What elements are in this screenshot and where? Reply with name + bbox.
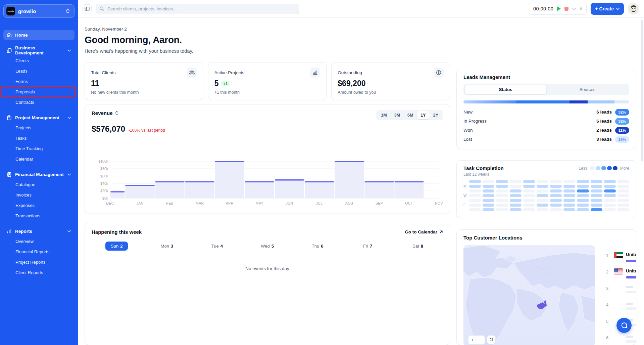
section-label: Business Development [15,45,64,55]
lead-status-label: Won [463,128,473,133]
day-name: Fri [363,244,368,249]
sidebar-item-clients[interactable]: Clients [3,55,75,66]
sidebar-item-calendar[interactable]: Calendar [3,154,75,164]
lead-status-label: New [463,110,473,115]
day-cell: Fri7 [343,242,393,251]
chevron-up-down-icon[interactable] [64,7,71,15]
timer-stop-button[interactable] [564,7,568,11]
heatmap-cell [617,180,629,183]
create-button[interactable]: + Create [591,3,624,15]
workspace-switcher[interactable]: growlio growlio [3,4,75,18]
sidebar-item-home[interactable]: Home [3,30,75,40]
legend-pill [596,166,600,170]
legend-pill [601,166,606,170]
arrow-up-right-icon [439,230,443,234]
search-icon [99,6,104,12]
leads-distribution-bar [463,100,629,103]
sidebar-item-transactions[interactable]: Transactions [3,211,75,221]
day-button-fri-7[interactable]: Fri7 [358,242,378,251]
svg-text:JUL: JUL [316,201,323,205]
heatmap-cell [577,204,589,207]
day-cell: Sun2 [92,242,142,251]
heatmap-cell [604,208,616,211]
range-button-1y[interactable]: 1Y [417,111,429,119]
day-button-sun-2[interactable]: Sun2 [105,242,128,251]
timer-play-button[interactable] [557,6,561,11]
leads-tab-sources[interactable]: Sources [547,85,628,94]
sidebar-item-overview[interactable]: Overview [3,236,75,246]
range-button-6m[interactable]: 6M [404,111,417,119]
day-button-sat-8[interactable]: Sat8 [407,242,429,251]
sidebar-item-expenses[interactable]: Expenses [3,200,75,210]
day-button-mon-3[interactable]: Mon3 [155,242,179,251]
location-rank: 3 [606,285,614,291]
heatmap-cell [577,194,589,197]
sidebar-item-leads[interactable]: Leads [3,66,75,76]
sidebar-section-header-reports[interactable]: Reports [3,226,75,236]
sidebar-item-forms[interactable]: Forms [3,76,75,86]
placeholder-bar [626,340,636,343]
page-scrollbar[interactable] [641,20,643,161]
revenue-card: Revenue 1M3M6M1Y2Y $576,070 -100% vs las… [85,104,450,213]
heatmap-cell [469,180,481,183]
range-button-1m[interactable]: 1M [377,111,390,119]
range-button-2y[interactable]: 2Y [430,111,442,119]
map-zoom-in-button[interactable]: + [468,336,477,344]
sidebar-item-project-reports[interactable]: Project Reports [3,257,75,267]
chevron-down-icon[interactable] [572,8,576,10]
annotation-highlight-box [1,86,75,97]
heatmap-cell [617,208,629,211]
day-name: Wed [261,244,270,249]
heatmap-cell [617,204,629,207]
sidebar-section-header-financial-management[interactable]: Financial Management [3,169,75,179]
sidebar-item-catalogue[interactable]: Catalogue [3,179,75,189]
heatmap-cell [617,199,629,202]
leads-tab-status[interactable]: Status [464,85,547,94]
day-number: 4 [220,244,223,249]
clipboard-icon [7,115,12,120]
sidebar-item-client-reports[interactable]: Client Reports [3,267,75,277]
sidebar-section-header-project-management[interactable]: Project Management [3,113,75,123]
revenue-amount: $576,070 [92,124,125,134]
heatmap-cell [577,208,589,211]
heatmap-cell [591,185,602,188]
sidebar-item-time-tracking[interactable]: Time Tracking [3,143,75,154]
day-button-thu-6[interactable]: Thu6 [306,242,329,251]
range-button-3m[interactable]: 3M [391,111,404,119]
map-zoom-out-button[interactable]: − [477,336,485,344]
sidebar-item-proposals[interactable]: Proposals [3,87,75,97]
day-button-wed-5[interactable]: Wed5 [255,242,279,251]
svg-text:$60k: $60k [100,174,108,178]
map-reset-button[interactable] [487,335,496,344]
sidebar-item-contracts[interactable]: Contracts [3,97,75,107]
sidebar-item-projects[interactable]: Projects [3,123,75,133]
revenue-title-row[interactable]: Revenue [92,110,118,116]
day-button-tue-4[interactable]: Tue4 [206,242,228,251]
go-to-calendar-link[interactable]: Go to Calendar [405,229,443,234]
heatmap-cell [510,194,522,197]
heatmap-row-label: F [463,203,467,207]
heatmap-cell [469,204,481,207]
legend-less-label: Less [579,166,587,171]
user-avatar[interactable] [628,3,639,14]
sidebar-item-financial-reports[interactable]: Financial Reports [3,247,75,257]
lead-count: 6 leads [596,110,612,115]
heatmap-cell [604,204,616,207]
heatmap-cell [591,194,602,197]
search-input[interactable] [96,4,299,14]
lead-pct-badge: 32% [615,118,629,125]
leads-management-card: Leads Management StatusSources New6 lead… [456,69,636,149]
heatmap-cell [510,185,522,188]
sidebar-sections: Business DevelopmentClientsLeadsFormsPro… [3,45,75,277]
heatmap-cell [537,204,548,207]
chat-widget-button[interactable] [616,318,632,333]
leads-bar-segment-0 [463,100,516,103]
sidebar-item-tasks[interactable]: Tasks [3,133,75,143]
sidebar-collapse-button[interactable] [83,4,92,13]
sidebar-item-invoices[interactable]: Invoices [3,190,75,200]
world-map[interactable]: + − [463,245,595,345]
stat-badge: +1 [221,81,230,86]
barchart-icon [7,229,12,234]
heatmap-cell [563,180,575,183]
sidebar-section-header-business-development[interactable]: Business Development [3,45,75,55]
